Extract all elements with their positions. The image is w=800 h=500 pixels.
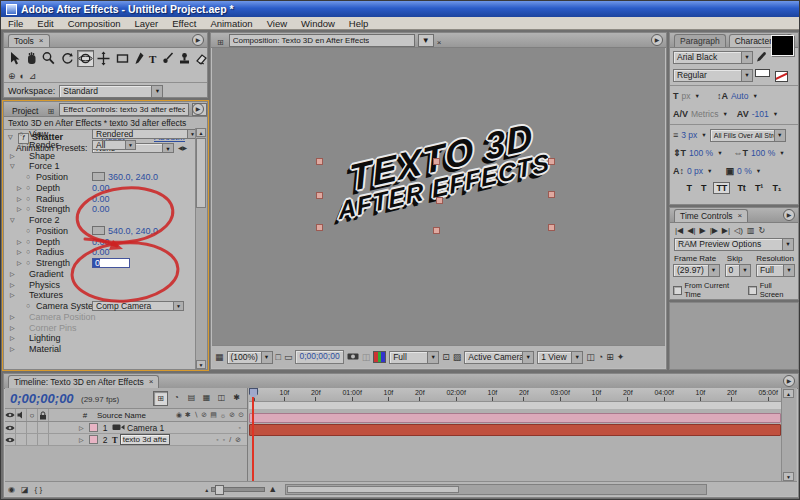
stopwatch-icon[interactable]: ○: [26, 204, 36, 215]
audio-toggle[interactable]: [16, 422, 27, 433]
scroll-up-icon[interactable]: ▲: [196, 128, 206, 137]
effect-property-row[interactable]: ▷ ○ Depth 0.00: [4, 237, 196, 248]
resolution-select[interactable]: Full: [389, 351, 439, 364]
effect-property-row[interactable]: ○ Position 540.0, 240.0: [4, 226, 196, 237]
twirl-icon[interactable]: ▷: [10, 323, 19, 334]
layer-switch-icon[interactable]: ◦: [223, 436, 225, 444]
effect-point-handle[interactable]: [316, 158, 323, 165]
stopwatch-icon[interactable]: [19, 323, 29, 334]
transport-button-icon[interactable]: ▶: [699, 226, 705, 235]
scroll-thumb[interactable]: [196, 138, 206, 208]
stopwatch-icon[interactable]: ○: [26, 183, 36, 194]
property-value[interactable]: All: [92, 140, 136, 150]
type-tool-icon[interactable]: T: [149, 51, 156, 66]
effect-property-row[interactable]: ▽ Force 2: [4, 215, 196, 226]
clone-stamp-tool-icon[interactable]: [177, 51, 192, 66]
layer-row-1[interactable]: ▷ 1 Camera 1 ◦: [5, 422, 247, 434]
transport-button-icon[interactable]: ▥: [747, 226, 755, 235]
twirl-icon[interactable]: ▷: [79, 424, 89, 431]
twirl-icon[interactable]: [17, 172, 26, 183]
stopwatch-icon[interactable]: ○: [26, 172, 36, 183]
layer-color-chip[interactable]: [89, 423, 98, 432]
horizontal-scale-value[interactable]: 100 %: [751, 148, 775, 158]
tab-composition[interactable]: Composition: Texto 3D en After Effects: [229, 34, 415, 47]
property-value[interactable]: 0.00: [92, 247, 110, 258]
twirl-icon[interactable]: ▷: [17, 204, 26, 215]
timeline-right-pane[interactable]: 0f10f20f01:00f10f20f02:00f10f20f03:00f10…: [249, 388, 781, 482]
font-family-select[interactable]: Arial Black: [673, 51, 753, 64]
effect-property-row[interactable]: ▷ ○ Radius 0.00: [4, 194, 196, 205]
twirl-icon[interactable]: ▷: [10, 333, 19, 344]
tracking-value[interactable]: -101: [752, 109, 769, 119]
expand-inout-icon[interactable]: { }: [35, 485, 43, 494]
always-preview-icon[interactable]: ▦: [215, 352, 224, 362]
effect-property-row[interactable]: ○ Position 360.0, 240.0: [4, 172, 196, 183]
solo-toggle[interactable]: [27, 434, 38, 445]
effect-point-handle[interactable]: [436, 197, 443, 204]
eyedropper-icon[interactable]: [756, 51, 766, 64]
region-of-interest-icon[interactable]: ⊡: [442, 352, 450, 362]
layer-switch-icon[interactable]: ⊘: [235, 436, 241, 444]
camera-sub-tool-icon[interactable]: ◐: [20, 71, 25, 81]
tab-effect-controls[interactable]: Effect Controls: texto 3d after effects: [59, 103, 189, 116]
font-style-select[interactable]: Regular: [673, 69, 753, 82]
timeline-option-button-icon[interactable]: ⊞: [153, 391, 168, 406]
effect-property-row[interactable]: ○ View Rendered: [4, 129, 196, 140]
effect-point-handle[interactable]: [548, 224, 555, 231]
eraser-tool-icon[interactable]: [194, 51, 209, 66]
stroke-width-value[interactable]: 3 px: [681, 130, 697, 140]
faux-style-button[interactable]: T: [699, 183, 709, 193]
menu-item[interactable]: Animation: [203, 18, 259, 29]
twirl-icon[interactable]: [10, 140, 19, 151]
effect-property-row[interactable]: ▷ Physics: [4, 280, 196, 291]
timeline-option-button-icon[interactable]: ▦: [200, 391, 213, 404]
twirl-icon[interactable]: ▷: [17, 258, 26, 269]
twirl-icon[interactable]: ▷: [10, 151, 19, 162]
property-value[interactable]: 0.00: [92, 194, 110, 205]
tab-time-controls[interactable]: Time Controls: [674, 209, 748, 222]
effect-property-row[interactable]: ▷ Material: [4, 344, 196, 355]
property-value[interactable]: 0.00: [92, 204, 110, 215]
property-value[interactable]: 0.00: [92, 237, 110, 248]
tab-dropdown-icon[interactable]: ▼: [418, 34, 434, 47]
transport-button-icon[interactable]: ◁): [734, 226, 743, 235]
property-value[interactable]: 540.0, 240.0: [92, 226, 158, 237]
stopwatch-icon[interactable]: [19, 269, 29, 280]
tab-paragraph[interactable]: Paragraph: [674, 34, 726, 47]
effect-property-row[interactable]: ▽ Force 1: [4, 161, 196, 172]
transport-button-icon[interactable]: ↻: [758, 226, 765, 235]
effect-property-row[interactable]: ▷ ○ Depth 0.00: [4, 183, 196, 194]
stopwatch-icon[interactable]: [19, 290, 29, 301]
orbit-camera-tool-icon[interactable]: [77, 50, 94, 67]
property-value[interactable]: 360.0, 240.0: [92, 172, 158, 183]
stopwatch-icon[interactable]: [19, 280, 29, 291]
twirl-icon[interactable]: ▷: [17, 183, 26, 194]
vertical-scale-value[interactable]: 100 %: [689, 148, 713, 158]
timeline-timecode[interactable]: 0;00;00;00: [10, 391, 74, 406]
timeline-option-button-icon[interactable]: ✱: [230, 391, 243, 404]
full-screen-checkbox[interactable]: [748, 286, 757, 295]
timeline-horizontal-scrollbar[interactable]: [285, 484, 707, 495]
layer-bar-camera[interactable]: [249, 413, 781, 423]
stopwatch-icon[interactable]: ○: [26, 258, 36, 269]
zoom-slider[interactable]: [211, 487, 265, 492]
property-value[interactable]: Comp Camera: [92, 301, 184, 311]
scroll-up-icon[interactable]: ▲: [783, 389, 794, 398]
channel-icon[interactable]: [373, 351, 386, 363]
time-ruler[interactable]: 0f10f20f01:00f10f20f02:00f10f20f03:00f10…: [249, 388, 781, 409]
layer-switch-icon[interactable]: /: [229, 436, 231, 444]
mask-visibility-icon[interactable]: ▭: [284, 352, 293, 362]
transport-button-icon[interactable]: |▶: [710, 226, 718, 235]
twirl-icon[interactable]: ▷: [10, 312, 19, 323]
eye-icon[interactable]: [5, 422, 16, 433]
layer-color-chip[interactable]: [89, 435, 98, 444]
property-value[interactable]: 0: [92, 258, 130, 268]
effect-property-row[interactable]: ▷ Textures: [4, 290, 196, 301]
panel-menu-button[interactable]: [651, 34, 663, 46]
effect-property-row[interactable]: ○ Render All: [4, 140, 196, 151]
dropdown-arrow-icon[interactable]: ▼: [707, 168, 712, 174]
stopwatch-icon[interactable]: ○: [19, 129, 29, 140]
dropdown-arrow-icon[interactable]: ▼: [779, 150, 784, 156]
twirl-icon[interactable]: ▷: [17, 194, 26, 205]
expand-transfer-icon[interactable]: ◪: [21, 485, 29, 494]
